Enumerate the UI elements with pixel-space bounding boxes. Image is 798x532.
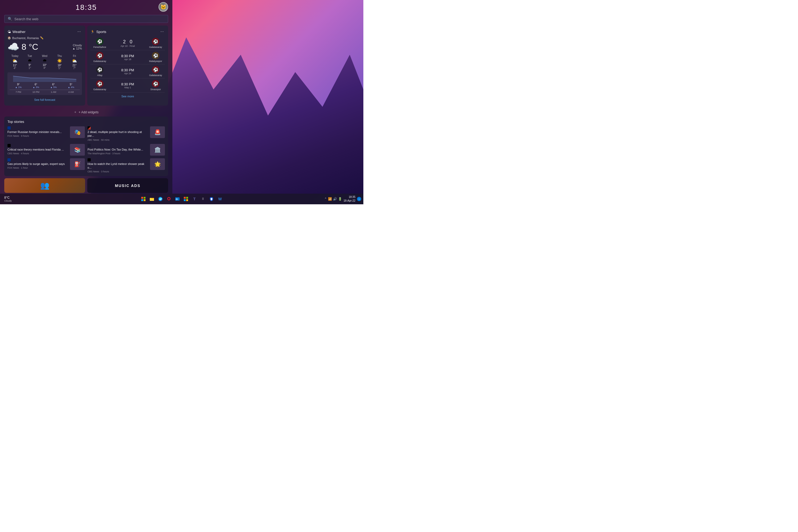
story-text-5: Gas prices likely to surge again, expert…: [7, 158, 68, 169]
bottom-banners: 👥 MUSIC ADS: [0, 178, 172, 193]
forecast-thu: Thu ☀️ 18° 5°: [52, 55, 67, 70]
search-icon: 🔍: [8, 17, 12, 21]
story-item-3[interactable]: Critical race theory mentions lead Flori…: [7, 144, 85, 156]
sports-widget: 🏃 Sports ··· ⚽ Fenerbahce 2: [87, 25, 168, 106]
forecast-fri: Fri ⛅ 21° 7°: [67, 55, 82, 70]
forecast-tue: Tue 🌧 9° 1°: [22, 55, 37, 70]
team-galatasaray-4: ⚽ Galatasaray: [91, 80, 109, 91]
weather-temp-block: ☁️ 8 °C: [7, 41, 38, 52]
user-avatar[interactable]: 🐱: [158, 2, 168, 12]
match-score-1: 2 0 Apr 10 · Final: [109, 39, 146, 48]
fox-news-logo-1: [7, 126, 11, 130]
widgets-panel: 18:35 🐱 🔍 Search the web 🌤 Weather ···: [0, 0, 172, 194]
start-button[interactable]: [140, 195, 147, 203]
sports-menu-button[interactable]: ···: [159, 29, 165, 35]
widgets-row: 🌤 Weather ··· 🏠 Bucharest, Romania ✏️ ☁️…: [0, 25, 172, 106]
svg-rect-2: [144, 197, 146, 199]
opera-button[interactable]: O: [165, 195, 173, 203]
svg-rect-12: [184, 199, 186, 201]
home-icon: 🏠: [7, 36, 11, 40]
washington-post-logo: [88, 144, 91, 147]
taskbar-weather[interactable]: 8°C Cloudy: [2, 196, 14, 202]
battery-icon[interactable]: 🔋: [338, 197, 342, 201]
story-item-6[interactable]: How to watch the Lyrid meteor shower pea…: [88, 158, 165, 173]
add-widgets-button[interactable]: ＋ + Add widgets: [0, 108, 172, 116]
taskbar-left: 8°C Cloudy: [2, 196, 14, 202]
svg-rect-13: [186, 199, 188, 201]
hourly-section: 9° ▲ 1% 6° ▲ 3% 6° ▲ 5% 5°: [7, 72, 82, 95]
hourly-10pm: 6° ▲ 3%: [27, 83, 45, 89]
word-button[interactable]: W: [216, 195, 224, 203]
banner-people[interactable]: 👥: [4, 178, 85, 193]
weather-location: 🏠 Bucharest, Romania ✏️: [7, 36, 82, 40]
sports-widget-header: 🏃 Sports ···: [91, 29, 165, 35]
weather-title: Weather: [13, 30, 25, 34]
story-item-4[interactable]: Post Politics Now: On Tax Day, the White…: [88, 144, 165, 156]
notification-button[interactable]: 1: [357, 197, 361, 201]
stories-grid: Former Russian foreign minister reveals.…: [7, 126, 165, 173]
top-stories-title: Top stories: [7, 120, 165, 124]
search-placeholder: Search the web: [14, 17, 38, 21]
altay-logo: ⚽: [96, 66, 103, 73]
network-icon[interactable]: 📶: [328, 197, 332, 201]
svg-text:O: O: [176, 198, 178, 201]
story-text-3: Critical race theory mentions lead Flori…: [7, 144, 68, 155]
galatasaray-logo-3: ⚽: [152, 66, 159, 73]
story-image-6: 🌟: [150, 158, 165, 170]
svg-rect-11: [186, 197, 188, 199]
match-row-4: ⚽ Galatasaray 8:30 PM May 1 ⚽ Sivasspor: [91, 78, 165, 93]
weather-widget-header: 🌤 Weather ···: [7, 29, 82, 35]
story-text-2: 2 dead, multiple people hurt in shooting…: [88, 126, 148, 141]
bitwarden-button[interactable]: [208, 195, 215, 203]
hourly-temps: 9° ▲ 1% 6° ▲ 3% 6° ▲ 5% 5°: [10, 83, 80, 89]
svg-rect-1: [141, 197, 143, 199]
apps-button[interactable]: ⠿: [199, 195, 207, 203]
weather-main: ☁️ 8 °C Cloudy ▲ 12%: [7, 41, 82, 52]
microsoft-store-button[interactable]: [182, 195, 190, 203]
story-text-4: Post Politics Now: On Tax Day, the White…: [88, 144, 148, 155]
outlook-button[interactable]: O: [174, 195, 181, 203]
match-row-1: ⚽ Fenerbahce 2 0 Apr 10 · Final ⚽ Gala: [91, 36, 165, 50]
team-galatasaray-1: ⚽ Galatasaray: [146, 38, 165, 49]
story-item-2[interactable]: 2 dead, multiple people hurt in shooting…: [88, 126, 165, 141]
desktop: 18:35 🐱 🔍 Search the web 🌤 Weather ···: [0, 0, 363, 204]
story-item-1[interactable]: Former Russian foreign minister reveals.…: [7, 126, 85, 141]
team-sivasspor: ⚽ Sivasspor: [146, 80, 165, 91]
chevron-up-icon[interactable]: ⌃: [324, 197, 327, 201]
story-image-5: ⛽: [70, 158, 85, 170]
hourly-chart: [10, 74, 80, 82]
sports-title: Sports: [96, 30, 107, 34]
teams-button[interactable]: T: [191, 195, 198, 203]
taskbar: 8°C Cloudy: [0, 194, 363, 204]
team-fenerbahce: ⚽ Fenerbahce: [91, 38, 109, 49]
match-row-2: ⚽ Galatasaray 8:30 PM Apr 18 ⚽ Malatyasp…: [91, 50, 165, 64]
weather-temperature: 8 °C: [22, 42, 38, 52]
taskbar-temperature: 8°C: [4, 196, 10, 200]
abc-news-logo: [88, 126, 91, 130]
story-image-1: 🎭: [70, 126, 85, 138]
weather-widget: 🌤 Weather ··· 🏠 Bucharest, Romania ✏️ ☁️…: [4, 25, 85, 106]
team-galatasaray-3: ⚽ Galatasaray: [146, 66, 165, 77]
edge-browser-button[interactable]: [157, 195, 164, 203]
galatasaray-logo-4: ⚽: [96, 80, 103, 88]
see-more-link[interactable]: See more: [91, 93, 165, 99]
cbs-news-logo-2: [88, 158, 91, 162]
hourly-times: 7 PM 10 PM 1 AM 4 AM: [10, 90, 80, 93]
galatasaray-logo-1: ⚽: [152, 38, 159, 45]
weather-menu-button[interactable]: ···: [76, 29, 82, 35]
banner-music[interactable]: MUSIC ADS: [87, 178, 168, 193]
taskbar-clock[interactable]: 18:35 18-Apr-22: [344, 195, 355, 203]
weather-cloud-icon: ☁️: [7, 41, 19, 52]
system-tray: ⌃ 📶 🔊 🔋: [324, 197, 342, 201]
sivasspor-logo: ⚽: [152, 80, 159, 88]
edit-icon[interactable]: ✏️: [40, 36, 44, 40]
see-full-forecast-link[interactable]: See full forecast: [7, 97, 82, 102]
search-bar[interactable]: 🔍 Search the web: [4, 15, 168, 23]
story-item-5[interactable]: Gas prices likely to surge again, expert…: [7, 158, 85, 173]
story-image-2: 🚨: [150, 126, 165, 138]
file-explorer-button[interactable]: [148, 195, 156, 203]
volume-icon[interactable]: 🔊: [333, 197, 337, 201]
panel-header: 18:35 🐱: [0, 0, 172, 14]
match-score-4: 8:30 PM May 1: [109, 82, 146, 89]
story-image-3: 📚: [70, 144, 85, 156]
